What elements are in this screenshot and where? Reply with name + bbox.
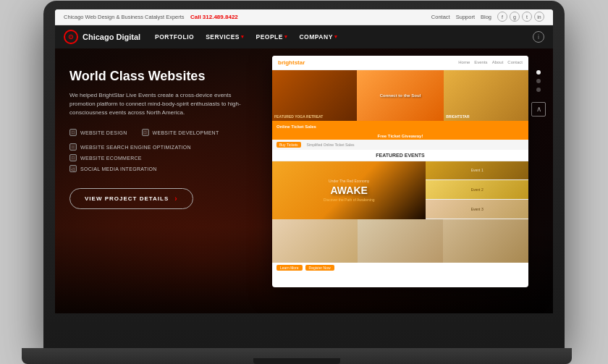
ws-ticket-btn[interactable]: Buy Tickets bbox=[276, 142, 301, 148]
ws-event-main: Under The Red Economy AWAKE Discover the… bbox=[272, 161, 426, 219]
top-bar-right: Contact Support Blog f g t in bbox=[431, 12, 544, 22]
support-link[interactable]: Support bbox=[456, 14, 475, 20]
twitter-icon[interactable]: t bbox=[522, 12, 532, 22]
cta-button[interactable]: VIEW PROJECT DETAILS › bbox=[69, 188, 193, 209]
ws-bottom-img-2 bbox=[358, 219, 443, 263]
feature-row-1: □ WEBSITE DESIGN □ WEBSITE DEVELOPMENT bbox=[69, 129, 258, 140]
feature-list: □ WEBSITE DESIGN □ WEBSITE DEVELOPMENT ○… bbox=[69, 129, 258, 172]
nav-company[interactable]: COMPANY ▾ bbox=[299, 33, 337, 41]
contact-link[interactable]: Contact bbox=[431, 14, 450, 20]
hero-description: We helped BrightStar Live Events create … bbox=[69, 91, 258, 117]
feature-icon-4: □ bbox=[69, 154, 77, 161]
left-panel: World Class Websites We helped BrightSta… bbox=[55, 48, 272, 313]
phone-number[interactable]: Call 312.489.8422 bbox=[190, 14, 238, 20]
feature-icon-3: ○ bbox=[69, 143, 77, 151]
ws-event-side: Event 1 Event 2 Event 3 bbox=[426, 161, 528, 219]
logo-text[interactable]: Chicago Digital bbox=[83, 33, 140, 41]
ws-btn-2[interactable]: Register Now bbox=[305, 265, 334, 271]
main-content: World Class Websites We helped BrightSta… bbox=[55, 48, 553, 313]
ws-hero-img1: FEATURED YOGA RETREAT bbox=[272, 70, 357, 121]
laptop-base bbox=[22, 348, 572, 364]
nav-portfolio[interactable]: PORTFOLIO bbox=[155, 33, 194, 41]
ws-event-main-title: AWAKE bbox=[324, 185, 375, 196]
hero-title: World Class Websites bbox=[69, 69, 258, 85]
feature-ecommerce: □ WEBSITE ECOMMERCE bbox=[69, 154, 258, 161]
ws-hero-img3: BRIGHTSTAR bbox=[444, 70, 528, 121]
laptop-container: Chicago Web Design & Business Catalyst E… bbox=[36, 1, 572, 364]
cta-arrow: › bbox=[174, 195, 177, 203]
indicator-dot-2 bbox=[536, 79, 541, 83]
blog-link[interactable]: Blog bbox=[481, 14, 491, 20]
feature-website-design: □ WEBSITE DESIGN bbox=[69, 129, 127, 136]
top-bar: Chicago Web Design & Business Catalyst E… bbox=[55, 9, 553, 25]
feature-social: ◁ SOCIAL MEDIA INTEGRATION bbox=[69, 165, 258, 172]
logo-area: ⊙ Chicago Digital bbox=[64, 30, 140, 44]
people-arrow: ▾ bbox=[284, 34, 288, 40]
ws-hero-area: FEATURED YOGA RETREAT Connect to the Sou… bbox=[272, 70, 528, 121]
ws-events-grid: Under The Red Economy AWAKE Discover the… bbox=[272, 161, 528, 219]
indicator-dot-1 bbox=[536, 70, 541, 75]
indicator-dot-3 bbox=[536, 88, 541, 92]
ws-nav: Home Events About Contact bbox=[458, 60, 523, 64]
laptop-body: Chicago Web Design & Business Catalyst E… bbox=[43, 1, 565, 348]
top-bar-left-text: Chicago Web Design & Business Catalyst E… bbox=[64, 14, 238, 20]
company-arrow: ▾ bbox=[334, 34, 338, 40]
feature-icon-5: ◁ bbox=[69, 165, 77, 172]
ws-orange-bar: Online Ticket Sales bbox=[272, 121, 528, 132]
feature-icon-2: □ bbox=[142, 129, 149, 136]
ws-bottom-row bbox=[272, 219, 528, 263]
feature-icon-1: □ bbox=[69, 129, 77, 136]
feature-seo: ○ WEBSITE SEARCH ENGINE OPTIMIZATION bbox=[69, 143, 258, 151]
ws-featured-label: FEATURED EVENTS bbox=[272, 150, 528, 161]
ws-event-thumb-1: Event 1 bbox=[426, 161, 528, 181]
info-icon[interactable]: i bbox=[533, 31, 544, 43]
website-screenshot: brightstar Home Events About Contact bbox=[272, 56, 528, 287]
ws-event-thumb-3: Event 3 bbox=[426, 200, 528, 219]
ws-tickets: Buy Tickets Simplified Online Ticket Sal… bbox=[272, 140, 528, 150]
feature-website-dev: □ WEBSITE DEVELOPMENT bbox=[142, 129, 219, 136]
nav-items: PORTFOLIO SERVICES ▾ PEOPLE ▾ COMPANY ▾ bbox=[155, 33, 533, 41]
facebook-icon[interactable]: f bbox=[497, 12, 507, 22]
logo-icon: ⊙ bbox=[64, 30, 78, 44]
right-panel: brightstar Home Events About Contact bbox=[272, 48, 553, 313]
ws-header: brightstar Home Events About Contact bbox=[272, 56, 528, 70]
ws-event-thumb-2: Event 2 bbox=[426, 180, 528, 200]
side-indicators: ∧ bbox=[531, 56, 546, 117]
nav-people[interactable]: PEOPLE ▾ bbox=[256, 33, 288, 41]
services-arrow: ▾ bbox=[241, 34, 245, 40]
ws-btn-row: Learn More Register Now bbox=[272, 263, 528, 273]
nav-up-arrow[interactable]: ∧ bbox=[531, 102, 546, 117]
main-nav: ⊙ Chicago Digital PORTFOLIO SERVICES ▾ P… bbox=[55, 25, 553, 48]
ws-giveaway: Free Ticket Giveaway! bbox=[272, 132, 528, 140]
ws-btn-1[interactable]: Learn More bbox=[276, 265, 303, 271]
ws-bottom-img-3 bbox=[443, 219, 528, 263]
social-icons: f g t in bbox=[497, 12, 544, 22]
ws-logo: brightstar bbox=[278, 59, 305, 66]
laptop-screen: Chicago Web Design & Business Catalyst E… bbox=[55, 9, 553, 313]
linkedin-icon[interactable]: in bbox=[534, 12, 544, 22]
nav-services[interactable]: SERVICES ▾ bbox=[206, 33, 244, 41]
ws-hero-img2: Connect to the Soul bbox=[357, 70, 444, 121]
ws-bottom-img-1 bbox=[272, 219, 358, 263]
google-icon[interactable]: g bbox=[510, 12, 520, 22]
